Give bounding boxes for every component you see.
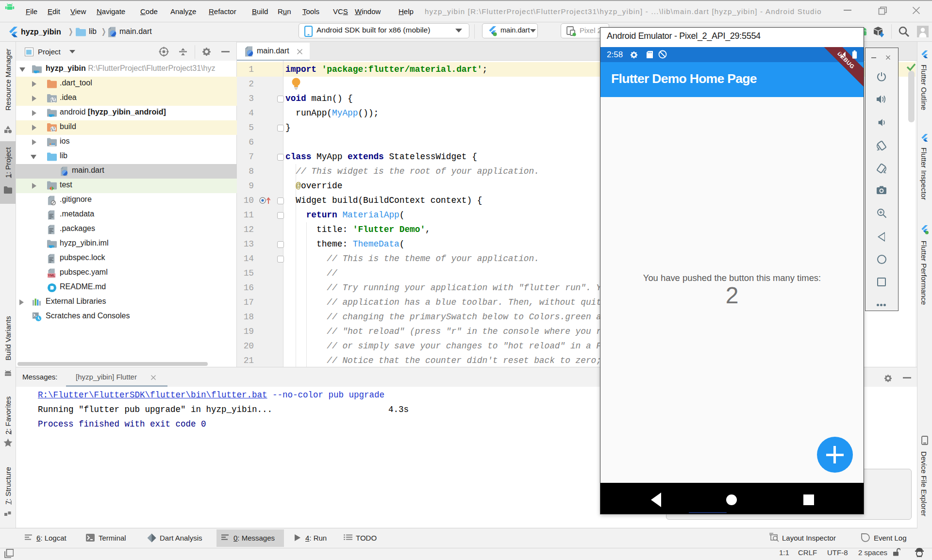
svg-text:YML: YML — [48, 274, 56, 278]
